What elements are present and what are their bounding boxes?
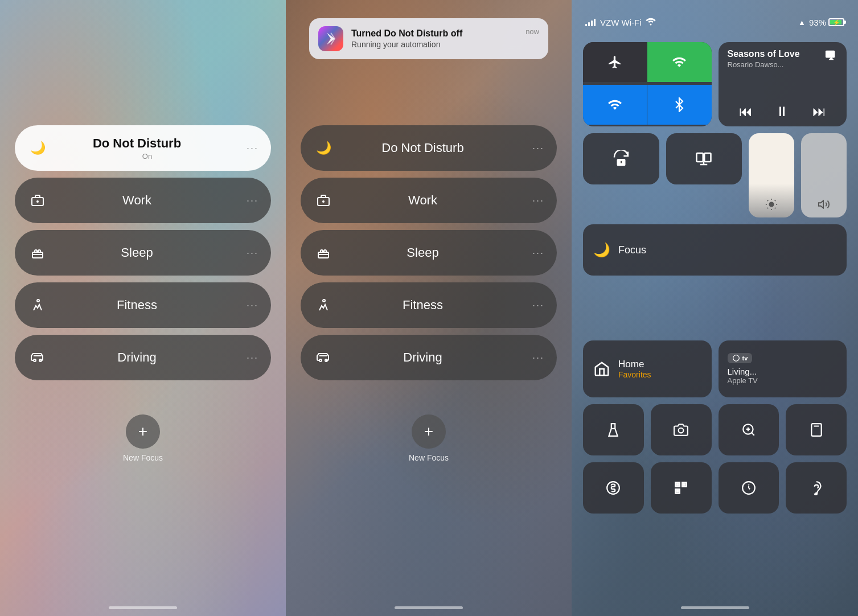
appletv-room: Living... <box>728 367 757 376</box>
dnd-dots-2[interactable]: ··· <box>532 142 544 154</box>
home-sub: Favorites <box>618 370 651 379</box>
status-left: VZW Wi-Fi <box>585 16 656 28</box>
focus-item-sleep-1[interactable]: Sleep ··· <box>15 230 271 276</box>
svg-line-20 <box>767 200 768 201</box>
battery-percent: 93% <box>809 18 826 27</box>
svg-line-24 <box>767 208 768 208</box>
svg-line-31 <box>752 433 754 436</box>
panel-3-control-center: VZW Wi-Fi ▲ 93% ⚡ <box>572 0 858 616</box>
screen-mirror-button[interactable] <box>666 133 742 184</box>
driving-dots-1[interactable]: ··· <box>247 352 258 364</box>
svg-rect-15 <box>697 153 703 162</box>
work-dots-1[interactable]: ··· <box>247 195 258 207</box>
flashlight-button[interactable] <box>583 404 644 455</box>
fitness-content-2: Fitness <box>334 298 532 313</box>
battery-bolt-icon: ⚡ <box>830 19 843 25</box>
svg-line-21 <box>775 208 775 208</box>
apple-tv-logo-container: tv <box>728 353 753 363</box>
notification-text: Turned Do Not Disturb off Running your a… <box>351 28 518 49</box>
svg-point-4 <box>34 359 36 362</box>
cc-row4: Home Favorites tv Living... Apple TV <box>583 340 847 397</box>
work-content-1: Work <box>48 193 247 208</box>
home-title: Home <box>618 359 651 370</box>
brightness-slider[interactable] <box>749 133 794 217</box>
music-controls: ⏮ ⏸ ⏭ <box>728 104 838 120</box>
connectivity-tile <box>583 42 712 126</box>
camera-button[interactable] <box>651 404 712 455</box>
signal-bar-4 <box>594 19 596 26</box>
dnd-dots[interactable]: ··· <box>247 142 258 154</box>
home-tile[interactable]: Home Favorites <box>583 340 712 397</box>
volume-slider[interactable] <box>801 133 847 217</box>
svg-line-25 <box>775 200 775 201</box>
svg-marker-27 <box>609 424 618 436</box>
bluetooth-button[interactable] <box>647 85 711 125</box>
focus-item-sleep-2[interactable]: Sleep ··· <box>301 230 557 276</box>
sleep-label-1: Sleep <box>121 245 153 260</box>
wifi-button[interactable] <box>583 85 647 125</box>
music-header: Seasons of Love Rosario Dawso... <box>728 49 838 69</box>
airplay-icon[interactable] <box>825 49 838 64</box>
crescent-moon-icon: 🌙 <box>593 242 610 258</box>
new-focus-button-1[interactable]: + New Focus <box>123 414 163 462</box>
focus-item-work-1[interactable]: Work ··· <box>15 178 271 223</box>
next-track-button[interactable]: ⏭ <box>812 104 826 120</box>
driving-dots-2[interactable]: ··· <box>532 352 544 364</box>
svg-point-10 <box>319 359 322 362</box>
svg-rect-49 <box>677 483 679 485</box>
work-icon-2 <box>313 190 334 211</box>
focus-item-driving-2[interactable]: Driving ··· <box>301 335 557 380</box>
notification-banner[interactable]: Turned Do Not Disturb off Running your a… <box>309 18 548 59</box>
new-focus-button-2[interactable]: + New Focus <box>409 414 449 462</box>
apple-tv-tile[interactable]: tv Living... Apple TV <box>719 340 847 397</box>
work-dots-2[interactable]: ··· <box>532 195 544 207</box>
sleep-dots-2[interactable]: ··· <box>532 247 544 259</box>
clock-timer-button[interactable] <box>719 462 779 514</box>
cc-row2 <box>583 133 847 217</box>
svg-point-9 <box>323 299 325 302</box>
fitness-dots-2[interactable]: ··· <box>532 299 544 311</box>
focus-button[interactable]: 🌙 Focus <box>583 224 847 276</box>
sleep-dots-1[interactable]: ··· <box>247 247 258 259</box>
signal-bar-2 <box>588 22 590 26</box>
svg-rect-51 <box>677 490 679 492</box>
hearing-button[interactable] <box>786 462 847 514</box>
dnd-sublabel: On <box>142 152 152 161</box>
focus-item-fitness-1[interactable]: Fitness ··· <box>15 282 271 328</box>
driving-content-2: Driving <box>334 350 532 365</box>
rotation-lock-button[interactable] <box>583 133 659 184</box>
shazam-button[interactable] <box>583 462 644 514</box>
fitness-label-1: Fitness <box>117 298 157 313</box>
focus-item-driving-1[interactable]: Driving ··· <box>15 335 271 380</box>
airplane-mode-button[interactable] <box>583 42 647 82</box>
fitness-dots-1[interactable]: ··· <box>247 299 258 311</box>
focus-item-dnd-2[interactable]: 🌙 Do Not Disturb ··· <box>301 125 557 171</box>
focus-list-1: 🌙 Do Not Disturb On ··· Work <box>15 125 271 380</box>
prev-track-button[interactable]: ⏮ <box>739 104 753 120</box>
calculator-button[interactable] <box>786 404 847 455</box>
magnifier-button[interactable] <box>719 404 779 455</box>
panel-1: 🌙 Do Not Disturb On ··· Work <box>0 0 286 616</box>
carrier-name: VZW Wi-Fi <box>600 18 641 27</box>
dnd-content: Do Not Disturb On <box>48 136 247 161</box>
moon-icon: 🌙 <box>27 138 48 158</box>
location-icon: ▲ <box>798 18 806 27</box>
focus-item-work-2[interactable]: Work ··· <box>301 178 557 223</box>
qr-code-button[interactable] <box>651 462 712 514</box>
driving-content-1: Driving <box>48 350 247 365</box>
music-tile[interactable]: Seasons of Love Rosario Dawso... ⏮ ⏸ ⏭ <box>719 42 847 126</box>
play-pause-button[interactable]: ⏸ <box>775 104 789 120</box>
dnd-label: Do Not Disturb <box>93 136 181 151</box>
svg-point-17 <box>769 202 774 207</box>
svg-rect-50 <box>683 483 685 485</box>
focus-item-dnd[interactable]: 🌙 Do Not Disturb On ··· <box>15 125 271 171</box>
svg-point-7 <box>322 200 325 203</box>
battery-icon: ⚡ <box>828 18 844 26</box>
focus-item-fitness-2[interactable]: Fitness ··· <box>301 282 557 328</box>
focus-label: Focus <box>618 244 646 256</box>
sleep-content-1: Sleep <box>48 245 247 260</box>
cellular-button[interactable] <box>647 42 711 82</box>
svg-line-62 <box>749 488 750 489</box>
new-focus-plus-icon-2: + <box>412 414 446 449</box>
new-focus-plus-icon-1: + <box>126 414 160 449</box>
